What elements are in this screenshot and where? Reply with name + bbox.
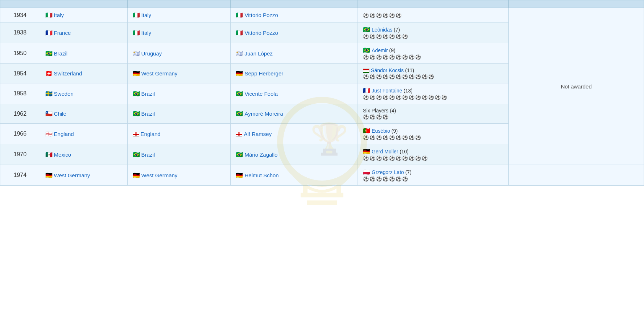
champions-name: West Germany — [141, 172, 178, 178]
scorer-flag: 🇧🇷 — [363, 47, 370, 53]
champions-flag: 🇧🇷 — [133, 152, 140, 158]
cell-organizer: 🏴󠁧󠁢󠁥󠁮󠁧󠁿England — [40, 124, 127, 144]
champions-name: England — [141, 131, 161, 137]
world-cup-table: 1934🇮🇹Italy🇮🇹Italy🇮🇹Vittorio Pozzo⚽⚽⚽⚽⚽⚽… — [0, 0, 644, 186]
coach-name: Mário Zagallo — [244, 152, 277, 158]
scorer-name: Leônidas — [372, 27, 392, 33]
cell-year: 1970 — [0, 144, 40, 165]
organizer-flag: 🇨🇱 — [45, 111, 53, 117]
champions-name: Italy — [141, 30, 152, 36]
coach-name: Alf Ramsey — [244, 131, 272, 137]
cell-coach: 🇧🇷Mário Zagallo — [231, 144, 358, 165]
header-player-award — [509, 0, 644, 8]
coach-name: Helmut Schön — [244, 172, 278, 178]
cell-year: 1934 — [0, 8, 40, 22]
champions-flag: 🇮🇹 — [133, 30, 140, 36]
coach-flag: 🇩🇪 — [236, 70, 243, 77]
scorer-flag: 🇫🇷 — [363, 87, 370, 94]
scorer-balls: ⚽⚽⚽⚽⚽⚽⚽⚽⚽⚽⚽⚽⚽ — [363, 95, 503, 100]
coach-flag: 🇩🇪 — [236, 172, 243, 178]
scorer-name: Eusébio — [372, 128, 390, 134]
cell-organizer: 🇮🇹Italy — [40, 8, 127, 22]
cell-year: 1974 — [0, 165, 40, 186]
scorer-name: Ademir — [372, 47, 388, 53]
not-awarded-label: Not awarded — [561, 83, 592, 90]
scorer-flag: 🇵🇱 — [363, 169, 370, 175]
cell-coach: 🇺🇾Juan López — [231, 43, 358, 64]
cell-player-award — [509, 165, 644, 186]
cell-champions: 🇧🇷Brazil — [127, 83, 231, 104]
champions-name: Italy — [141, 12, 152, 18]
header-year — [0, 0, 40, 8]
scorer-flag: 🇧🇷 — [363, 26, 370, 33]
cell-scorer: 🇧🇷Leônidas (7)⚽⚽⚽⚽⚽⚽⚽ — [358, 22, 509, 43]
cell-year: 1954 — [0, 64, 40, 83]
cell-organizer: 🇸🇪Sweden — [40, 83, 127, 104]
cell-coach: 🇧🇷Vicente Feola — [231, 83, 358, 104]
coach-flag: 🇮🇹 — [236, 30, 243, 36]
champions-name: West Germany — [141, 70, 178, 77]
coach-name: Vittorio Pozzo — [244, 12, 278, 18]
cell-coach: 🇩🇪Sepp Herberger — [231, 64, 358, 83]
cell-organizer: 🇫🇷France — [40, 22, 127, 43]
scorer-balls: ⚽⚽⚽⚽ — [363, 114, 503, 120]
cell-coach: 🇮🇹Vittorio Pozzo — [231, 8, 358, 22]
cell-organizer: 🇨🇭Switzerland — [40, 64, 127, 83]
coach-name: Juan López — [244, 50, 273, 57]
cell-champions: 🇺🇾Uruguay — [127, 43, 231, 64]
scorer-count: (10) — [400, 149, 409, 154]
scorer-count: (11) — [405, 67, 414, 73]
coach-flag: 🇧🇷 — [236, 91, 243, 97]
cell-champions: England — [127, 124, 231, 144]
cell-scorer: Sándor Kocsis (11)⚽⚽⚽⚽⚽⚽⚽⚽⚽⚽⚽ — [358, 64, 509, 83]
table-row: 1974🇩🇪West Germany🇩🇪West Germany🇩🇪Helmut… — [0, 165, 644, 186]
cell-scorer: 🇩🇪Gerd Müller (10)⚽⚽⚽⚽⚽⚽⚽⚽⚽⚽ — [358, 144, 509, 165]
coach-flag: 🇮🇹 — [236, 12, 243, 18]
cell-champions: 🇧🇷Brazil — [127, 144, 231, 165]
coach-flag: 🇧🇷 — [236, 111, 243, 117]
champions-flag: 🇺🇾 — [133, 50, 140, 57]
cell-year: 1962 — [0, 104, 40, 124]
cell-organizer: 🇧🇷Brazil — [40, 43, 127, 64]
champions-flag: 🇩🇪 — [133, 70, 140, 77]
cell-scorer: 🇵🇱Grzegorz Lato (7)⚽⚽⚽⚽⚽⚽⚽ — [358, 165, 509, 186]
cell-champions: 🇮🇹Italy — [127, 8, 231, 22]
cell-scorer: Six Players (4)⚽⚽⚽⚽ — [358, 104, 509, 124]
scorer-balls: ⚽⚽⚽⚽⚽⚽⚽⚽⚽ — [363, 135, 503, 140]
cell-champions: 🇮🇹Italy — [127, 22, 231, 43]
cell-champions: 🇩🇪West Germany — [127, 165, 231, 186]
table-row: 1934🇮🇹Italy🇮🇹Italy🇮🇹Vittorio Pozzo⚽⚽⚽⚽⚽⚽… — [0, 8, 644, 22]
coach-flag: 🇧🇷 — [236, 152, 243, 158]
champions-name: Brazil — [141, 152, 155, 158]
cell-coach: Alf Ramsey — [231, 124, 358, 144]
organizer-flag: 🇲🇽 — [45, 152, 53, 158]
scorer-count: (9) — [392, 128, 398, 134]
organizer-flag: 🇸🇪 — [45, 91, 53, 97]
coach-name: Vicente Feola — [244, 91, 277, 97]
scorer-balls: ⚽⚽⚽⚽⚽⚽⚽⚽⚽ — [363, 54, 503, 60]
organizer-flag: 🇨🇭 — [45, 70, 53, 77]
header-coach — [231, 0, 358, 8]
scorer-balls: ⚽⚽⚽⚽⚽⚽⚽⚽⚽⚽⚽ — [363, 74, 503, 79]
cell-coach: 🇧🇷Aymoré Moreira — [231, 104, 358, 124]
cell-player-award: Not awarded — [509, 8, 644, 165]
scorer-balls: ⚽⚽⚽⚽⚽⚽⚽ — [363, 176, 503, 182]
cell-champions: 🇧🇷Brazil — [127, 104, 231, 124]
coach-name: Sepp Herberger — [244, 70, 283, 77]
header-champions — [127, 0, 231, 8]
cell-scorer: ⚽⚽⚽⚽⚽⚽ — [358, 8, 509, 22]
champions-name: Brazil — [141, 91, 155, 97]
champions-flag: 🇩🇪 — [133, 172, 140, 178]
header-organizer — [40, 0, 127, 8]
cell-scorer: 🇵🇹Eusébio (9)⚽⚽⚽⚽⚽⚽⚽⚽⚽ — [358, 124, 509, 144]
champions-flag: 🇧🇷 — [133, 111, 140, 117]
cell-organizer: 🇩🇪West Germany — [40, 165, 127, 186]
scorer-balls: ⚽⚽⚽⚽⚽⚽⚽⚽⚽⚽ — [363, 156, 503, 161]
scorer-flag: 🇵🇹 — [363, 128, 370, 134]
champions-flag: 🇮🇹 — [133, 12, 140, 18]
scorer-count: (9) — [389, 47, 395, 53]
organizer-flag: 🇧🇷 — [45, 50, 53, 57]
organizer-flag: 🇮🇹 — [45, 12, 53, 18]
scorer-name: Six Players (4) — [363, 108, 396, 113]
cell-year: 1938 — [0, 22, 40, 43]
